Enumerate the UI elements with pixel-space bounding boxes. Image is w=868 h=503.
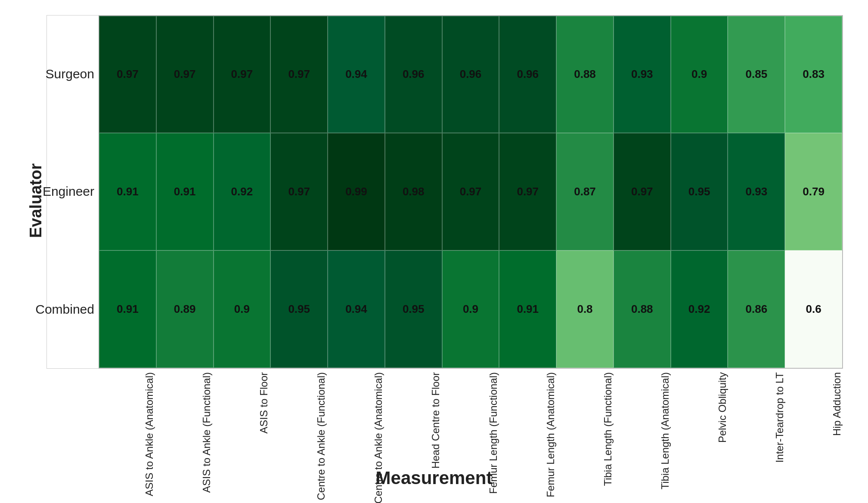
x-axis-labels: ASIS to Ankle (Anatomical)ASIS to Ankle …: [98, 369, 843, 463]
cell-2-4: 0.94: [328, 250, 385, 368]
cell-0-8: 0.88: [556, 16, 614, 133]
cell-1-4: 0.99: [328, 133, 385, 250]
cell-1-11: 0.93: [728, 133, 785, 250]
x-tick-11: Inter-Teardrop to LT: [728, 369, 786, 463]
x-tick-12: Hip Adduction: [786, 369, 843, 463]
cell-2-12: 0.6: [785, 250, 842, 368]
x-tick-6: Femur Length (Functional): [442, 369, 499, 463]
cell-0-4: 0.94: [328, 16, 385, 133]
x-axis-title: Measurement: [376, 468, 493, 488]
cell-1-1: 0.91: [156, 133, 214, 250]
x-tick-9: Tibia Length (Anatomical): [614, 369, 671, 463]
cell-0-0: 0.97: [99, 16, 156, 133]
cell-0-10: 0.9: [671, 16, 728, 133]
cell-1-0: 0.91: [99, 133, 156, 250]
heatmap-wrapper: SurgeonEngineerCombined 0.970.970.970.97…: [46, 15, 843, 369]
cell-1-2: 0.92: [214, 133, 271, 250]
cell-0-12: 0.83: [785, 16, 842, 133]
y-tick-combined: Combined: [47, 302, 94, 317]
cell-1-3: 0.97: [270, 133, 328, 250]
cell-0-1: 0.97: [156, 16, 214, 133]
cell-2-3: 0.95: [270, 250, 328, 368]
cell-0-5: 0.96: [385, 16, 442, 133]
cell-0-2: 0.97: [214, 16, 271, 133]
cell-1-7: 0.97: [499, 133, 556, 250]
x-tick-3: Head Centre to Ankle (Functional): [270, 369, 327, 463]
cell-0-9: 0.93: [614, 16, 671, 133]
heatmap-row-surgeon: 0.970.970.970.970.940.960.960.960.880.93…: [99, 16, 842, 133]
chart-right: SurgeonEngineerCombined 0.970.970.970.97…: [46, 15, 843, 463]
x-tick-0: ASIS to Ankle (Anatomical): [98, 369, 155, 463]
heatmap-row-combined: 0.910.890.90.950.940.950.90.910.80.880.9…: [99, 250, 842, 368]
x-tick-8: Tibia Length (Functional): [557, 369, 614, 463]
cell-1-6: 0.97: [442, 133, 499, 250]
cell-1-9: 0.97: [614, 133, 671, 250]
chart-area: Evaluator SurgeonEngineerCombined 0.970.…: [25, 15, 843, 463]
cell-2-1: 0.89: [156, 250, 214, 368]
y-tick-labels: SurgeonEngineerCombined: [47, 15, 99, 368]
cell-2-10: 0.92: [671, 250, 728, 368]
x-tick-2: ASIS to Floor: [213, 369, 270, 463]
x-tick-5: Head Centre to Floor: [384, 369, 442, 463]
heatmap-grid: 0.970.970.970.970.940.960.960.960.880.93…: [99, 15, 843, 368]
heatmap-row-engineer: 0.910.910.920.970.990.980.970.970.870.97…: [99, 133, 842, 250]
y-tick-engineer: Engineer: [47, 184, 94, 199]
cell-2-11: 0.86: [728, 250, 785, 368]
x-tick-10: Pelvic Obliquity: [671, 369, 728, 463]
cell-1-5: 0.98: [385, 133, 442, 250]
cell-2-2: 0.9: [214, 250, 271, 368]
cell-0-6: 0.96: [442, 16, 499, 133]
cell-0-11: 0.85: [728, 16, 785, 133]
cell-2-6: 0.9: [442, 250, 499, 368]
cell-2-9: 0.88: [614, 250, 671, 368]
cell-1-12: 0.79: [785, 133, 842, 250]
x-tick-4: Head Centre to Ankle (Anatomical): [327, 369, 384, 463]
cell-1-8: 0.87: [556, 133, 614, 250]
x-tick-7: Femur Length (Anatomical): [499, 369, 557, 463]
cell-2-0: 0.91: [99, 250, 156, 368]
cell-2-7: 0.91: [499, 250, 556, 368]
cell-2-5: 0.95: [385, 250, 442, 368]
cell-0-3: 0.97: [270, 16, 328, 133]
x-tick-1: ASIS to Ankle (Functional): [155, 369, 213, 463]
cell-1-10: 0.95: [671, 133, 728, 250]
y-axis-label: Evaluator: [25, 15, 46, 386]
chart-container: Evaluator SurgeonEngineerCombined 0.970.…: [25, 15, 843, 488]
y-tick-surgeon: Surgeon: [47, 67, 94, 81]
cell-0-7: 0.96: [499, 16, 556, 133]
cell-2-8: 0.8: [556, 250, 614, 368]
